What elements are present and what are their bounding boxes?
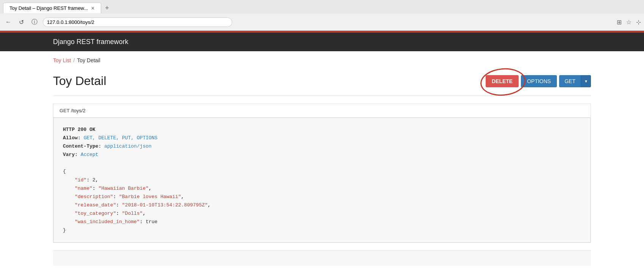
- json-val-release-date: "2018-01-10T13:54:22.809795Z": [122, 202, 208, 208]
- json-val-name: "Hawaiian Barbie": [98, 186, 149, 191]
- json-toy-category-line: "toy_category": "Dolls",: [63, 211, 145, 216]
- vary-label: Vary:: [63, 152, 78, 157]
- json-key-release-date: "release_date": [75, 202, 116, 208]
- grid-icon[interactable]: ⊞: [617, 19, 622, 26]
- content-type-label: Content-Type:: [63, 143, 101, 149]
- back-button[interactable]: ←: [3, 17, 14, 27]
- json-key-was-included: "was_included_in_home": [75, 219, 140, 225]
- content-type-line: Content-Type: application/json: [63, 142, 581, 151]
- header-buttons: DELETE OPTIONS GET ▾: [486, 75, 591, 87]
- json-key-id: "id": [75, 177, 86, 183]
- options-button[interactable]: OPTIONS: [521, 75, 557, 87]
- breadcrumb: Toy List / Toy Detail: [53, 51, 591, 68]
- json-val-description: "Barbie loves Hawaii": [119, 194, 181, 200]
- get-button[interactable]: GET: [559, 75, 581, 87]
- json-key-description: "description": [75, 194, 113, 200]
- tab-close-icon[interactable]: ✕: [91, 6, 95, 11]
- new-tab-icon[interactable]: +: [103, 4, 111, 12]
- info-icon: ⓘ: [29, 17, 40, 28]
- json-key-toy-category: "toy_category": [75, 211, 116, 216]
- response-status: HTTP 200 OK: [63, 127, 95, 132]
- browser-actions: ⊞ ☆ ⊹: [617, 19, 641, 26]
- json-val-id: 2: [92, 177, 95, 183]
- json-name-line: "name": "Hawaiian Barbie",: [63, 186, 152, 191]
- browser-chrome: Toy Detail – Django REST framew... ✕ + ←…: [0, 0, 644, 31]
- get-button-group: GET ▾: [559, 75, 591, 87]
- framework-title: Django REST framework: [53, 38, 128, 46]
- breadcrumb-current: Toy Detail: [77, 57, 100, 63]
- page-header: Toy Detail DELETE OPTIONS GET ▾: [53, 68, 591, 96]
- endpoint-path: /toys/2: [71, 108, 85, 113]
- vary-value: Accept: [81, 152, 98, 157]
- star-icon[interactable]: ☆: [626, 19, 631, 26]
- get-dropdown-button[interactable]: ▾: [581, 75, 591, 87]
- json-close-brace: }: [63, 227, 66, 233]
- content-area: GET /toys/2 HTTP 200 OK Allow: GET, DELE…: [53, 104, 591, 243]
- url-input[interactable]: [43, 17, 232, 27]
- tab-bar: Toy Detail – Django REST framew... ✕ +: [0, 0, 644, 14]
- address-bar: ← ↺ ⓘ ⊞ ☆ ⊹: [0, 14, 644, 30]
- json-val-was-included: true: [145, 219, 157, 225]
- page-title: Toy Detail: [53, 74, 106, 88]
- json-id-line: "id": 2,: [63, 177, 98, 183]
- response-panel: HTTP 200 OK Allow: GET, DELETE, PUT, OPT…: [53, 118, 591, 243]
- breadcrumb-separator: /: [73, 57, 75, 63]
- json-open-brace: {: [63, 168, 66, 174]
- json-description-line: "description": "Barbie loves Hawaii",: [63, 194, 184, 200]
- bookmark-icon[interactable]: ⊹: [636, 19, 641, 26]
- tab-title: Toy Detail – Django REST framew...: [9, 5, 88, 11]
- content-type-value: application/json: [104, 143, 152, 149]
- delete-button[interactable]: DELETE: [486, 75, 519, 87]
- active-tab[interactable]: Toy Detail – Django REST framew... ✕: [3, 3, 101, 13]
- footer-bar: [53, 250, 591, 266]
- breadcrumb-toylist-link[interactable]: Toy List: [53, 57, 71, 63]
- response-status-line: HTTP 200 OK: [63, 126, 581, 134]
- allow-line: Allow: GET, DELETE, PUT, OPTIONS: [63, 134, 581, 142]
- main-content: Toy List / Toy Detail Toy Detail DELETE …: [0, 51, 644, 266]
- json-was-included-line: "was_included_in_home": true: [63, 219, 158, 225]
- navbar: Django REST framework: [0, 33, 644, 51]
- endpoint-bar: GET /toys/2: [53, 104, 591, 118]
- endpoint-method: GET: [59, 108, 70, 113]
- allow-value: GET, DELETE, PUT, OPTIONS: [84, 135, 158, 141]
- json-key-name: "name": [75, 186, 92, 191]
- json-release-date-line: "release_date": "2018-01-10T13:54:22.809…: [63, 202, 211, 208]
- vary-line: Vary: Accept: [63, 151, 581, 159]
- refresh-button[interactable]: ↺: [17, 17, 26, 27]
- json-body: { "id": 2, "name": "Hawaiian Barbie", "d…: [63, 167, 581, 235]
- json-val-toy-category: "Dolls": [122, 211, 143, 216]
- allow-label: Allow:: [63, 135, 81, 141]
